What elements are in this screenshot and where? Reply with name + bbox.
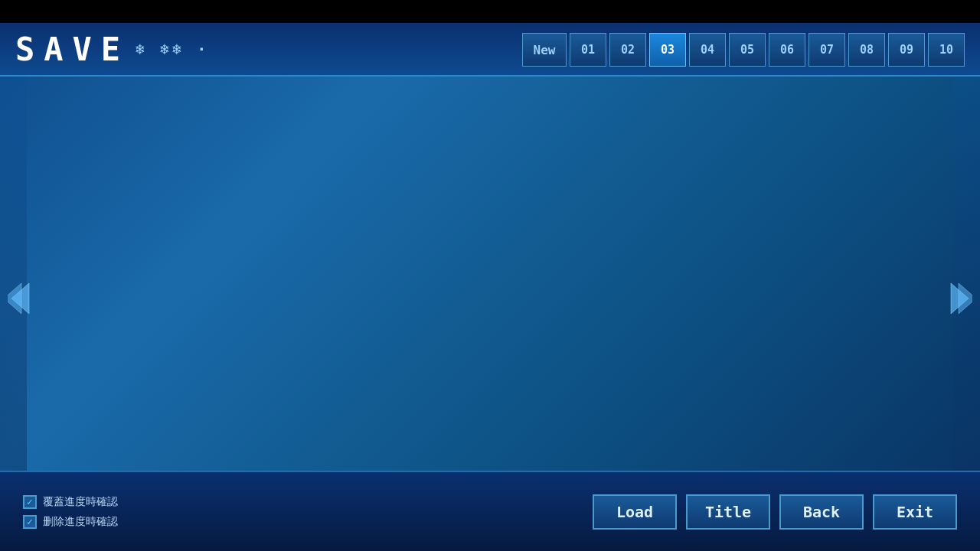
title-button[interactable]: Title [686, 494, 770, 530]
bottom-bar: 覆蓋進度時確認 删除進度時確認 Load Title Back Exit [0, 471, 980, 551]
tab-07[interactable]: 07 [808, 33, 845, 67]
svg-marker-1 [8, 283, 21, 314]
save-slots-container [0, 77, 980, 471]
nav-prev-button[interactable] [4, 276, 34, 321]
tab-08[interactable]: 08 [848, 33, 885, 67]
top-bar [0, 0, 980, 23]
checkbox-delete[interactable]: 删除進度時確認 [23, 515, 118, 529]
tab-09[interactable]: 09 [888, 33, 925, 67]
slots-grid [8, 83, 972, 465]
checkbox-delete-box[interactable] [23, 515, 37, 529]
checkbox-overwrite-box[interactable] [23, 495, 37, 509]
tab-02[interactable]: 02 [609, 33, 646, 67]
checkbox-overwrite[interactable]: 覆蓋進度時確認 [23, 495, 118, 509]
tab-01[interactable]: 01 [570, 33, 606, 67]
tab-03[interactable]: 03 [649, 33, 686, 67]
tab-new[interactable]: New [522, 33, 567, 67]
checkbox-delete-label: 删除進度時確認 [43, 515, 118, 529]
save-title-text: SAVE [15, 31, 129, 68]
left-arrow-icon [8, 279, 31, 318]
checkboxes-group: 覆蓋進度時確認 删除進度時確認 [23, 495, 118, 529]
exit-button[interactable]: Exit [873, 494, 957, 530]
tab-04[interactable]: 04 [689, 33, 726, 67]
back-button[interactable]: Back [779, 494, 864, 530]
page-title: SAVE ❄ ❄❄ · [15, 31, 209, 68]
load-button[interactable]: Load [593, 494, 677, 530]
tab-06[interactable]: 06 [769, 33, 805, 67]
title-decoration: ❄ ❄❄ · [136, 40, 209, 58]
nav-next-button[interactable] [946, 276, 976, 321]
tab-10[interactable]: 10 [928, 33, 965, 67]
svg-marker-3 [959, 283, 972, 314]
checkbox-overwrite-label: 覆蓋進度時確認 [43, 495, 118, 509]
bottom-buttons-group: Load Title Back Exit [593, 494, 957, 530]
right-arrow-icon [949, 279, 972, 318]
tab-05[interactable]: 05 [729, 33, 766, 67]
tab-bar: New01020304050607080910 [522, 23, 965, 77]
